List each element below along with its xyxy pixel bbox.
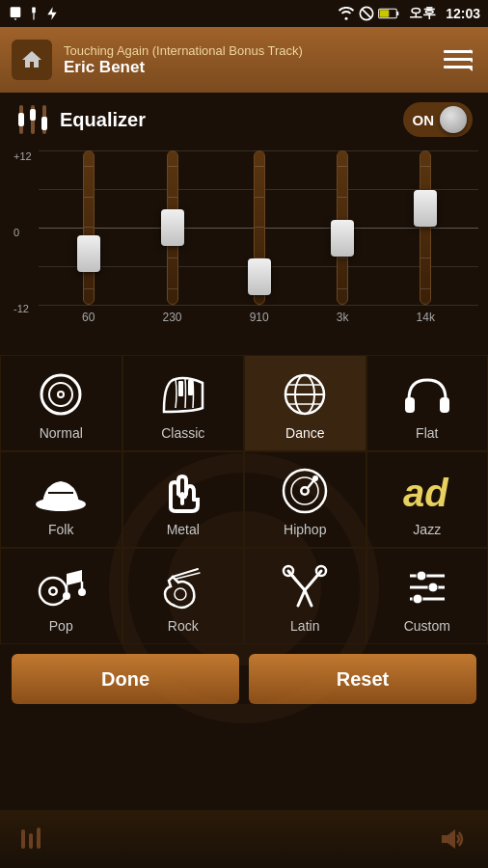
svg-line-5: [362, 9, 370, 17]
preset-label-pop: Pop: [49, 618, 73, 634]
preset-custom[interactable]: Custom: [366, 548, 489, 644]
gridline: [168, 288, 177, 289]
svg-point-42: [312, 475, 318, 481]
svg-rect-0: [11, 7, 21, 17]
preset-latin[interactable]: Latin: [244, 548, 366, 644]
preset-label-hiphop: Hiphop: [284, 522, 326, 537]
slider-910hz[interactable]: 910: [250, 150, 269, 324]
slider-knob-60hz[interactable]: [77, 235, 100, 272]
svg-rect-20: [41, 117, 47, 130]
slider-230hz[interactable]: 230: [163, 150, 182, 324]
preset-jazz[interactable]: ad Jazz: [366, 451, 489, 548]
slider-track-14k[interactable]: [420, 150, 431, 305]
block-icon: [359, 6, 374, 21]
preset-normal[interactable]: Normal: [0, 355, 122, 451]
preset-folk[interactable]: Folk: [0, 451, 122, 548]
gridline: [338, 197, 347, 198]
track-title: Touching Again (International Bonus Trac…: [64, 43, 428, 58]
preset-label-latin: Latin: [290, 618, 319, 634]
menu-icon: [444, 48, 473, 71]
volume-bottom-icon[interactable]: [438, 826, 469, 853]
svg-point-51: [175, 588, 186, 600]
eq-toggle[interactable]: ON: [403, 102, 474, 137]
slider-14k[interactable]: 14k: [417, 150, 435, 324]
preset-rock[interactable]: Rock: [122, 548, 245, 644]
wifi-icon: [338, 7, 355, 20]
preset-label-rock: Rock: [168, 618, 199, 634]
preset-label-metal: Metal: [167, 522, 200, 537]
jazz-icon: ad: [399, 468, 455, 514]
preset-label-classic: Classic: [161, 425, 204, 441]
preset-metal[interactable]: Metal: [122, 451, 245, 548]
svg-rect-10: [444, 58, 473, 61]
svg-rect-8: [380, 10, 390, 17]
sliders-container: 60 230: [10, 143, 478, 316]
slider-knob-910hz[interactable]: [248, 258, 271, 295]
preset-icon-flat: [398, 369, 456, 420]
presets-section: Normal Classic: [0, 345, 488, 644]
svg-rect-32: [405, 397, 415, 413]
preset-classic[interactable]: Classic: [122, 355, 245, 451]
disc-icon: [36, 372, 86, 417]
slider-track-3k[interactable]: [337, 150, 348, 305]
slider-60hz[interactable]: 60: [82, 150, 95, 324]
svg-point-59: [417, 571, 426, 581]
svg-rect-33: [440, 397, 449, 413]
preset-icon-classic: [154, 369, 212, 420]
hat-icon: [33, 468, 89, 514]
presets-grid: Normal Classic: [0, 355, 488, 644]
slider-knob-3k[interactable]: [331, 220, 354, 257]
preset-label-normal: Normal: [40, 425, 83, 441]
status-left-icons: [8, 6, 332, 21]
bottom-buttons: Done Reset: [0, 644, 488, 714]
gridline: [84, 197, 94, 198]
svg-point-61: [413, 594, 422, 604]
svg-rect-1: [32, 8, 36, 14]
preset-icon-hiphop: [276, 466, 334, 516]
svg-point-24: [59, 393, 63, 396]
preset-pop[interactable]: Pop: [0, 548, 122, 644]
preset-hiphop[interactable]: Hiphop: [244, 451, 366, 548]
menu-button[interactable]: [440, 41, 476, 78]
preset-icon-dance: [276, 369, 334, 420]
gridline: [255, 166, 264, 167]
svg-rect-7: [396, 12, 398, 15]
gridline: [255, 227, 264, 228]
svg-rect-63: [29, 833, 33, 849]
preset-label-jazz: Jazz: [413, 522, 441, 537]
eq-bottom-icon[interactable]: [19, 826, 46, 853]
slider-track-230hz[interactable]: [167, 150, 178, 305]
slider-freq-60hz: 60: [82, 311, 95, 324]
status-right-icons: 오후 12:03: [338, 5, 480, 22]
home-button[interactable]: [12, 40, 52, 80]
slider-grid-60hz: [84, 151, 94, 304]
bottom-player-bar: [0, 810, 488, 868]
track-artist: Eric Benet: [64, 58, 428, 77]
preset-label-folk: Folk: [48, 522, 73, 537]
slider-knob-14k[interactable]: [414, 190, 437, 227]
done-button[interactable]: Done: [12, 654, 239, 704]
home-icon: [20, 48, 43, 71]
svg-point-50: [78, 588, 86, 596]
reset-button[interactable]: Reset: [249, 654, 476, 704]
preset-dance[interactable]: Dance: [244, 355, 366, 451]
svg-point-46: [51, 589, 56, 594]
slider-3k[interactable]: 3k: [337, 150, 349, 324]
svg-rect-18: [30, 109, 36, 121]
svg-rect-64: [37, 827, 41, 849]
slider-knob-230hz[interactable]: [161, 209, 184, 246]
eq-title: Equalizer: [60, 109, 146, 131]
slider-track-910hz[interactable]: [254, 150, 265, 305]
slider-track-60hz[interactable]: [83, 150, 95, 305]
gridline: [420, 258, 430, 258]
eq-toggle-label: ON: [413, 112, 435, 128]
track-info: Touching Again (International Bonus Trac…: [64, 43, 428, 77]
preset-icon-rock: [154, 562, 212, 612]
slider-freq-230hz: 230: [163, 311, 182, 324]
eq-toggle-knob[interactable]: [440, 106, 467, 133]
svg-point-49: [63, 592, 70, 600]
preset-flat[interactable]: Flat: [366, 355, 489, 451]
status-bar: 오후 12:03: [0, 0, 488, 27]
svg-point-40: [303, 489, 308, 494]
preset-icon-folk: [32, 466, 90, 516]
